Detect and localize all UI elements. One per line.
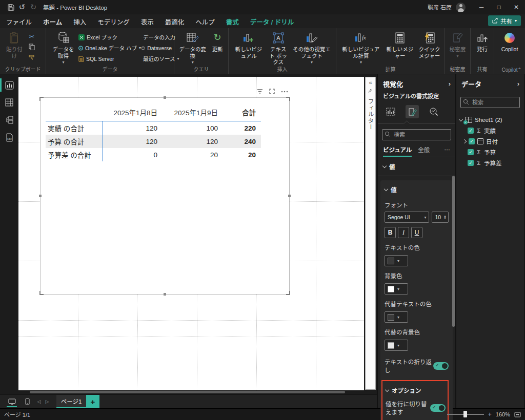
prev-page-arrow[interactable]: ◁	[35, 395, 43, 408]
new-visual-button[interactable]: 新しいビジュアル	[231, 30, 267, 60]
field-yosan[interactable]: ✓ Σ 予算	[459, 146, 522, 157]
more-options-icon[interactable]: ⋯	[445, 146, 451, 156]
bold-button[interactable]: B	[385, 227, 396, 238]
data-search-input[interactable]	[460, 97, 520, 108]
checkbox-checked[interactable]: ✓	[468, 160, 474, 166]
column-header[interactable]: 2025年1月8日	[103, 107, 164, 117]
dax-query-view-button[interactable]: DAX	[0, 129, 18, 146]
cell[interactable]: 120	[103, 138, 164, 145]
tab-visual-format[interactable]: ビジュアル	[383, 145, 412, 157]
copilot-button[interactable]: Copilot	[496, 30, 523, 54]
more-visuals-button[interactable]: その他の視覚エフェクト ▾	[290, 30, 334, 66]
tab-optimize[interactable]: 最適化	[165, 17, 185, 29]
collapse-pane-icon[interactable]: ›	[449, 80, 451, 88]
publish-button[interactable]: 発行	[473, 30, 492, 54]
field-hizuke[interactable]: ✓ 日付	[459, 136, 522, 146]
onelake-hub-button[interactable]: OneLake データ ハブ ▾	[78, 43, 141, 53]
resize-handle[interactable]	[286, 97, 290, 101]
tab-help[interactable]: ヘルプ	[195, 17, 215, 29]
new-visual-calc-button[interactable]: fx 新しいビジュアル計算 ▾	[338, 30, 383, 66]
bg-color-picker[interactable]: ▾	[385, 283, 408, 295]
text-color-picker[interactable]: ▾	[385, 255, 408, 266]
column-header[interactable]: 2025年1月9日	[164, 107, 224, 117]
cell[interactable]: 120	[103, 124, 164, 132]
enter-data-button[interactable]: データの入力	[141, 32, 172, 43]
format-visual-tab[interactable]	[406, 105, 419, 118]
model-view-button[interactable]	[0, 111, 18, 129]
close-button[interactable]: ✕	[508, 0, 525, 14]
add-page-button[interactable]: +	[86, 395, 99, 408]
more-options-icon[interactable]	[281, 91, 288, 93]
page-tab[interactable]: ページ1	[56, 395, 86, 408]
report-canvas[interactable]: 2025年1月8日 2025年1月9日 合計 実績 の合計 120 100 22…	[18, 77, 364, 390]
zoom-slider-handle[interactable]	[463, 411, 467, 417]
excel-workbook-button[interactable]: Excel ブック	[78, 32, 141, 43]
checkbox-checked[interactable]: ✓	[468, 149, 474, 155]
filter-funnel-icon[interactable]	[257, 89, 263, 94]
resize-handle[interactable]	[288, 195, 291, 197]
new-measure-button[interactable]: 新しいメジャー	[383, 30, 416, 60]
resize-handle[interactable]	[286, 291, 290, 295]
save-icon[interactable]	[5, 3, 16, 12]
share-button[interactable]: 共有 ▾	[488, 15, 521, 26]
resize-handle[interactable]	[164, 293, 166, 296]
filters-pane-title[interactable]: フィルター	[367, 98, 375, 131]
desktop-layout-button[interactable]	[4, 395, 19, 408]
recent-sources-button[interactable]: 最近のソース ▾	[141, 53, 172, 64]
table-row[interactable]: 実績 の合計 120 100 220	[46, 121, 261, 135]
column-header-total[interactable]: 合計	[224, 107, 258, 117]
format-pane-scrollbar[interactable]	[452, 176, 455, 327]
tab-data-drill[interactable]: データ / ドリル	[250, 17, 294, 29]
options-section-header[interactable]: オプション	[386, 383, 446, 398]
chevron-right-icon[interactable]	[462, 139, 467, 143]
fit-to-page-icon[interactable]	[514, 412, 521, 417]
focus-mode-icon[interactable]	[269, 89, 275, 94]
checkbox-checked[interactable]: ✓	[468, 128, 474, 134]
text-box-button[interactable]: A テキスト ボックス	[267, 30, 290, 67]
collapse-pane-icon[interactable]: ›	[517, 80, 519, 88]
cell-total[interactable]: 220	[224, 124, 258, 132]
analytics-tab[interactable]	[427, 105, 440, 118]
cut-icon[interactable]: ✂	[27, 32, 37, 41]
tab-file[interactable]: ファイル	[6, 17, 32, 29]
paste-button[interactable]: 貼り付け	[2, 30, 27, 60]
transform-data-button[interactable]: データの変換 ▾	[176, 30, 209, 66]
tab-home[interactable]: ホーム	[43, 17, 62, 29]
undo-icon[interactable]: ↺	[16, 3, 28, 12]
cell[interactable]: 0	[103, 151, 164, 159]
avatar[interactable]	[456, 3, 466, 12]
table-row[interactable]: 予算差 の合計 0 20 20	[46, 148, 261, 161]
redo-icon[interactable]: ↻	[28, 3, 39, 12]
account-name[interactable]: 聡彦 石原	[428, 3, 452, 11]
field-yosansa[interactable]: ✓ Σ 予算差	[459, 157, 522, 168]
row-header[interactable]: 予算 の合計	[46, 135, 103, 148]
text-wrap-toggle[interactable]	[433, 362, 449, 370]
switch-values-to-rows-toggle[interactable]	[430, 404, 446, 412]
font-size-stepper[interactable]: 10 ▲▼	[432, 212, 449, 223]
table-visual[interactable]: 2025年1月8日 2025年1月9日 合計 実績 の合計 120 100 22…	[40, 97, 290, 295]
build-visual-tab[interactable]	[384, 105, 397, 118]
chevron-down-icon[interactable]	[459, 117, 463, 121]
cell[interactable]: 20	[164, 151, 224, 159]
row-header[interactable]: 予算差 の合計	[46, 148, 103, 161]
expand-filters-icon[interactable]: «	[369, 79, 372, 86]
format-search-input[interactable]	[382, 129, 451, 140]
tab-modeling[interactable]: モデリング	[97, 17, 130, 29]
maximize-button[interactable]: □	[490, 0, 508, 14]
collapse-ribbon-icon[interactable]: ⌃	[517, 67, 521, 72]
tab-view[interactable]: 表示	[141, 17, 154, 29]
cell[interactable]: 120	[164, 138, 224, 145]
next-page-arrow[interactable]: ▷	[43, 395, 51, 408]
alt-bg-color-picker[interactable]: ▾	[385, 340, 408, 351]
copy-icon[interactable]	[27, 42, 37, 51]
format-painter-icon[interactable]	[27, 52, 37, 61]
font-family-select[interactable]: Segoe UI ▾	[385, 212, 429, 223]
resize-handle[interactable]	[39, 97, 44, 101]
minimize-button[interactable]: ─	[473, 0, 490, 14]
get-data-button[interactable]: データを取得 ▾	[48, 30, 78, 66]
resize-handle[interactable]	[39, 291, 44, 295]
pin-icon[interactable]	[368, 89, 373, 93]
report-view-button[interactable]	[0, 76, 18, 94]
cell[interactable]: 100	[164, 124, 224, 132]
zoom-in-button[interactable]: +	[488, 411, 492, 418]
